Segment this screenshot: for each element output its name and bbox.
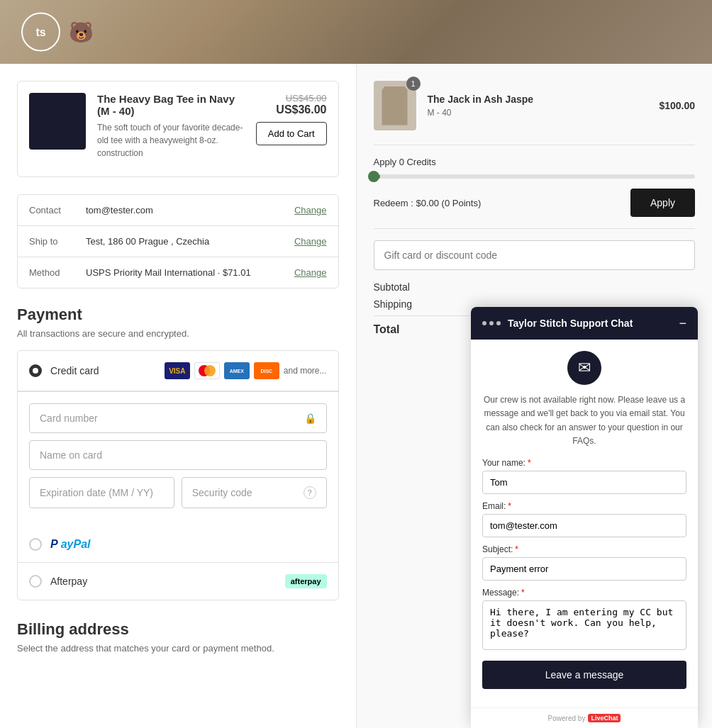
order-details: The Jack in Ash Jaspe M - 40 [428, 94, 648, 118]
chat-email-icon: ✉ [567, 351, 601, 385]
sale-price: US$36.00 [256, 103, 327, 116]
redeem-row: Redeem : $0.00 (0 Points) Apply [374, 189, 696, 217]
email-required-star: * [508, 501, 511, 511]
ship-to-label: Ship to [29, 236, 86, 247]
chat-email-input[interactable] [482, 514, 686, 537]
lock-icon: 🔒 [304, 413, 316, 424]
paypal-option[interactable]: PayPal [18, 527, 338, 563]
item-badge: 1 [406, 77, 421, 91]
contact-label: Contact [29, 205, 86, 215]
chat-message-label: Message: * [482, 588, 686, 598]
security-code-help-icon[interactable]: ? [304, 486, 316, 499]
name-required-star: * [528, 458, 531, 468]
header: ts 🐻 [0, 0, 712, 64]
subtotal-row: Subtotal [374, 281, 696, 293]
method-change-link[interactable]: Change [294, 267, 327, 278]
order-image-wrap: 1 [374, 81, 416, 130]
afterpay-option[interactable]: Afterpay afterpay [18, 563, 338, 600]
chat-body: ✉ Our crew is not available right now. P… [471, 340, 698, 707]
apply-button[interactable]: Apply [630, 189, 695, 217]
credits-slider-track[interactable] [374, 174, 696, 179]
order-item-name: The Jack in Ash Jaspe [428, 94, 648, 105]
chat-footer: Powered by LiveChat [471, 707, 698, 728]
credits-slider-thumb[interactable] [368, 171, 379, 182]
order-item: 1 The Jack in Ash Jaspe M - 40 $100.00 [374, 81, 696, 130]
chat-minimize-button[interactable]: − [679, 317, 686, 330]
billing-title: Billing address [17, 620, 339, 639]
chat-title: Taylor Stitch Support Chat [508, 318, 672, 329]
credits-slider-wrap[interactable] [374, 174, 696, 179]
message-required-star: * [521, 588, 525, 598]
gift-card-row [374, 240, 696, 270]
credit-card-form: Card number 🔒 Name on card Expiration da… [18, 391, 338, 527]
name-on-card-field[interactable]: Name on card [29, 440, 327, 470]
contact-change-link[interactable]: Change [294, 205, 327, 215]
expiry-field[interactable]: Expiration date (MM / YY) [29, 477, 174, 508]
visa-icon: VISA [165, 362, 190, 379]
payment-title: Payment [17, 306, 339, 324]
chat-name-label: Your name: * [482, 458, 686, 468]
security-code-placeholder: Security code [192, 487, 252, 498]
total-label: Total [374, 323, 400, 336]
chat-name-input[interactable] [482, 471, 686, 494]
checkout-info-rows: Contact tom@tester.com Change Ship to Te… [17, 194, 339, 289]
name-on-card-placeholder: Name on card [40, 449, 102, 461]
credit-card-option[interactable]: Credit card VISA AMEX DISC and more... [18, 351, 338, 391]
billing-subtitle: Select the address that matches your car… [17, 643, 339, 654]
product-price-area: US$45.00 US$36.00 Add to Cart [256, 93, 327, 145]
method-label: Method [29, 267, 86, 278]
ship-to-value: Test, 186 00 Prague , Czechia [86, 236, 294, 247]
order-item-variant: M - 40 [428, 108, 648, 118]
add-to-cart-button[interactable]: Add to Cart [256, 122, 327, 145]
product-image [29, 93, 86, 150]
redeem-text: Redeem : $0.00 (0 Points) [374, 198, 482, 208]
afterpay-label: Afterpay [50, 576, 277, 587]
billing-section: Billing address Select the address that … [17, 620, 339, 654]
expiry-placeholder: Expiration date (MM / YY) [40, 487, 153, 498]
card-number-field[interactable]: Card number 🔒 [29, 403, 327, 433]
ship-to-row: Ship to Test, 186 00 Prague , Czechia Ch… [18, 226, 338, 257]
product-suggestion-card: The Heavy Bag Tee in Navy (M - 40) The s… [17, 81, 339, 177]
contact-row: Contact tom@tester.com Change [18, 195, 338, 226]
afterpay-logo: afterpay [285, 574, 327, 588]
logo-text: ts [35, 26, 45, 38]
livechat-logo: LiveChat [588, 714, 621, 722]
chat-message-textarea[interactable]: Hi there, I am entering my CC but it doe… [482, 600, 686, 650]
brand-bear-icon: 🐻 [69, 21, 94, 44]
chat-header: Taylor Stitch Support Chat − [471, 307, 698, 340]
paypal-radio[interactable] [29, 538, 42, 551]
credit-card-label: Credit card [50, 365, 156, 376]
chat-subject-input[interactable] [482, 557, 686, 581]
ship-to-change-link[interactable]: Change [294, 236, 327, 247]
left-panel: The Heavy Bag Tee in Navy (M - 40) The s… [0, 64, 356, 728]
chat-dots [482, 321, 501, 325]
payment-options-box: Credit card VISA AMEX DISC and more... C… [17, 350, 339, 600]
chat-submit-button[interactable]: Leave a message [482, 661, 686, 689]
original-price: US$45.00 [256, 93, 327, 103]
powered-by-text: Powered by [548, 715, 586, 722]
chat-email-label: Email: * [482, 501, 686, 511]
gift-card-input[interactable] [374, 240, 696, 270]
product-description: The soft touch of your favorite decade-o… [97, 121, 245, 159]
chat-subject-label: Subject: * [482, 544, 686, 554]
card-number-placeholder: Card number [40, 413, 98, 424]
afterpay-radio[interactable] [29, 575, 42, 588]
amex-icon: AMEX [224, 362, 250, 379]
card-icons: VISA AMEX DISC and more... [165, 362, 327, 379]
paypal-logo: PayPal [50, 538, 90, 551]
product-name: The Heavy Bag Tee in Navy (M - 40) [97, 93, 245, 117]
discover-icon: DISC [254, 362, 279, 379]
payment-subtitle: All transactions are secure and encrypte… [17, 328, 339, 339]
credit-card-radio[interactable] [29, 364, 42, 377]
subtotal-label: Subtotal [374, 281, 410, 293]
product-info: The Heavy Bag Tee in Navy (M - 40) The s… [97, 93, 245, 165]
method-row: Method USPS Priority Mail International … [18, 257, 338, 288]
logo-circle: ts [21, 13, 60, 52]
security-code-field[interactable]: Security code ? [182, 477, 327, 508]
shipping-label: Shipping [374, 298, 413, 310]
method-value: USPS Priority Mail International · $71.0… [86, 267, 294, 278]
mastercard-icon [194, 362, 220, 379]
and-more-text: and more... [284, 366, 327, 376]
contact-value: tom@tester.com [86, 205, 294, 215]
chat-widget: Taylor Stitch Support Chat − ✉ Our crew … [471, 307, 698, 728]
